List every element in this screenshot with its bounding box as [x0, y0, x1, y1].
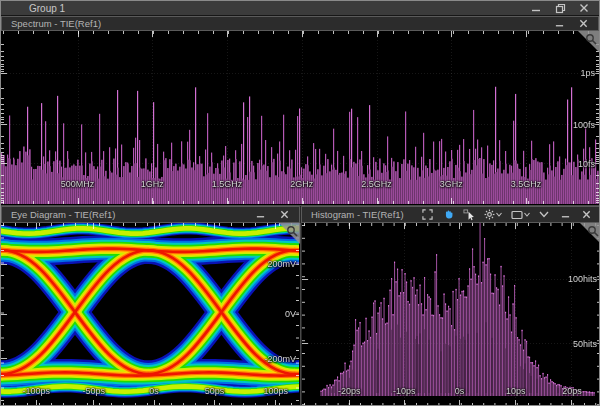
eye-panel-header: Eye Diagram - TIE(Ref1): [1, 206, 300, 223]
spectrum-close-button[interactable]: [576, 18, 590, 30]
magnifier-icon: [584, 32, 598, 46]
fit-to-view-button[interactable]: [420, 209, 434, 221]
histogram-titlebar[interactable]: Histogram - TIE(Ref1): [301, 206, 600, 223]
fit-to-view-icon: [422, 209, 433, 220]
pan-button[interactable]: [441, 209, 455, 221]
caret-down-icon: [524, 212, 530, 217]
group-window-title: Group 1: [29, 3, 65, 14]
spectrum-trace[interactable]: [1, 31, 599, 204]
close-icon: [579, 19, 588, 28]
histogram-trace[interactable]: [302, 223, 600, 406]
hand-pan-icon: [443, 209, 454, 220]
group-restore-button[interactable]: [553, 2, 567, 14]
minimize-icon: [531, 3, 541, 13]
eye-minimize-button[interactable]: [253, 209, 267, 221]
eye-diagram-trace[interactable]: [1, 223, 299, 406]
cursor-select-icon: [463, 209, 475, 221]
histogram-plot[interactable]: -20ps-10ps0s10ps20ps100hits50hits: [302, 223, 600, 406]
histogram-close-button[interactable]: [579, 209, 593, 221]
eye-close-button[interactable]: [277, 209, 291, 221]
minimize-icon: [561, 210, 570, 219]
histogram-minimize-button[interactable]: [558, 209, 572, 221]
histogram-panel-header: Histogram - TIE(Ref1): [301, 206, 600, 223]
eye-titlebar[interactable]: Eye Diagram - TIE(Ref1): [1, 206, 300, 223]
caret-down-icon: [496, 212, 502, 217]
zoom-corner-handle[interactable]: [578, 31, 599, 52]
close-icon: [280, 210, 289, 219]
group-window: Group 1 Spectrum - TIE(Ref1): [0, 0, 600, 406]
zoom-corner-handle[interactable]: [279, 223, 300, 244]
spectrum-panel-controls: [552, 18, 598, 30]
close-icon: [582, 210, 591, 219]
eye-panel-title: Eye Diagram - TIE(Ref1): [11, 209, 115, 220]
chevron-down-icon: [539, 211, 549, 218]
magnifier-icon: [586, 224, 600, 238]
display-mode-button[interactable]: [510, 209, 530, 221]
spectrum-panel-title: Spectrum - TIE(Ref1): [11, 18, 101, 29]
group-window-controls: [529, 2, 599, 14]
histogram-toolbar: [420, 209, 600, 221]
collapse-toolbar-button[interactable]: [537, 209, 551, 221]
eye-diagram-plot[interactable]: -100ps-50ps0s50ps100ps200mV0V-200mV: [1, 223, 301, 406]
zoom-corner-handle[interactable]: [580, 223, 600, 244]
box-select-cursor-button[interactable]: [462, 209, 476, 221]
spectrum-titlebar[interactable]: Spectrum - TIE(Ref1): [1, 16, 599, 31]
spectrum-plot[interactable]: 500MHz1GHz1.5GHz2GHz2.5GHz3GHz3.5GHz1ps1…: [1, 31, 599, 206]
display-window-icon: [511, 210, 523, 220]
magnifier-icon: [285, 224, 299, 238]
restore-icon: [555, 3, 566, 14]
spectrum-minimize-button[interactable]: [552, 18, 566, 30]
eye-panel-controls: [253, 209, 299, 221]
minimize-icon: [256, 210, 265, 219]
group-close-button[interactable]: [577, 2, 591, 14]
group-minimize-button[interactable]: [529, 2, 543, 14]
settings-button[interactable]: [483, 209, 503, 221]
close-icon: [579, 3, 589, 13]
histogram-panel-title: Histogram - TIE(Ref1): [311, 209, 404, 220]
spectrum-panel-header: Spectrum - TIE(Ref1): [1, 16, 599, 31]
group-titlebar[interactable]: Group 1: [1, 1, 599, 16]
gear-icon: [484, 209, 495, 220]
minimize-icon: [555, 19, 564, 28]
